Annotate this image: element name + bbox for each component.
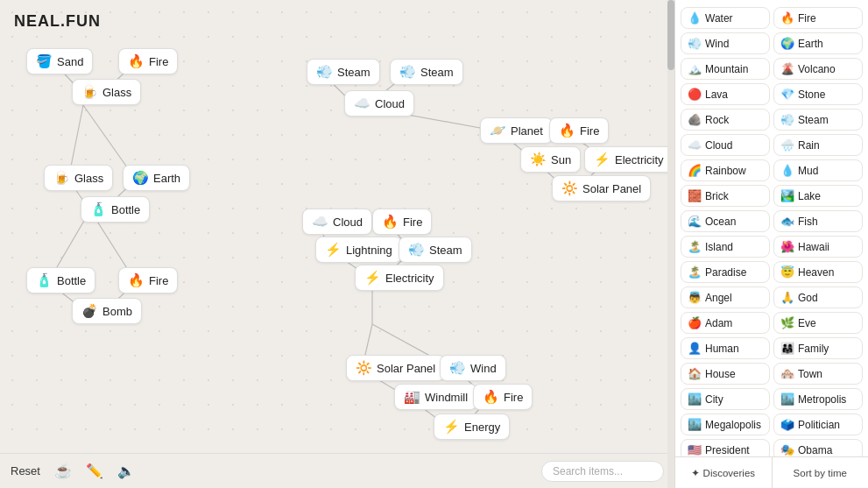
sidebar-item-5[interactable]: 🌋Volcano xyxy=(773,58,863,80)
chip-icon: 🌍 xyxy=(132,170,149,186)
canvas-chip-lightning[interactable]: ⚡Lightning xyxy=(315,237,402,263)
canvas-chip-fire2[interactable]: 🔥Fire xyxy=(118,267,178,294)
sidebar-item-31[interactable]: 🏙️Metropolis xyxy=(773,388,863,410)
chip-label: Cloud xyxy=(375,97,405,110)
sidebar-chip-label: Ocean xyxy=(705,216,736,228)
sidebar-chip-icon: 👼 xyxy=(688,291,702,304)
canvas-chip-fire5[interactable]: 🔥Fire xyxy=(473,384,533,410)
chip-icon: 🔆 xyxy=(561,180,578,196)
sidebar-item-28[interactable]: 🏠House xyxy=(681,363,770,385)
sidebar-scrollbar[interactable] xyxy=(667,0,674,488)
canvas-chip-sun[interactable]: ☀️Sun xyxy=(520,146,581,173)
canvas-chip-glass2[interactable]: 🍺Glass xyxy=(44,165,113,191)
sidebar-item-35[interactable]: 🎭Obama xyxy=(773,439,863,456)
canvas-chip-planet[interactable]: 🪐Planet xyxy=(480,117,553,144)
sidebar-item-9[interactable]: 💨Steam xyxy=(773,109,863,131)
canvas-chip-fire4[interactable]: 🔥Fire xyxy=(372,209,432,235)
sidebar-chip-label: Wind xyxy=(705,38,729,50)
sidebar-chip-icon: 👤 xyxy=(688,342,702,355)
chip-label: Energy xyxy=(464,421,500,434)
sort-tab[interactable]: Sort by time xyxy=(773,457,869,488)
sidebar-chip-icon: 🏙️ xyxy=(688,418,702,431)
sidebar-chip-icon: 🏞️ xyxy=(780,189,794,202)
sound-icon[interactable]: 🔈 xyxy=(117,463,135,479)
sidebar-chip-icon: 🌍 xyxy=(780,37,794,50)
sidebar-item-29[interactable]: 🏘️Town xyxy=(773,363,863,385)
chip-icon: 🔥 xyxy=(382,214,399,230)
chip-label: Solar Panel xyxy=(377,362,435,375)
sidebar-item-23[interactable]: 🙏God xyxy=(773,286,863,308)
chip-label: Steam xyxy=(429,244,462,257)
sidebar-chip-label: Steam xyxy=(798,114,829,126)
canvas-chip-cloud2[interactable]: ☁️Cloud xyxy=(302,209,372,235)
search-box[interactable]: Search items... xyxy=(541,461,664,482)
sidebar-item-32[interactable]: 🏙️Megalopolis xyxy=(681,414,770,435)
canvas-chip-electricity2[interactable]: ⚡Electricity xyxy=(355,265,444,291)
sidebar-item-4[interactable]: 🏔️Mountain xyxy=(681,58,770,80)
canvas-chip-steam2[interactable]: 💨Steam xyxy=(390,59,463,85)
sidebar-item-22[interactable]: 👼Angel xyxy=(681,286,770,308)
sidebar-item-26[interactable]: 👤Human xyxy=(681,337,770,359)
canvas-chip-electricity1[interactable]: ⚡Electricity xyxy=(584,146,674,173)
logo: NEAL.FUN xyxy=(14,12,101,31)
sidebar-item-8[interactable]: 🪨Rock xyxy=(681,109,770,131)
sidebar-item-27[interactable]: 👨‍👩‍👧Family xyxy=(773,337,863,359)
sidebar-chip-label: Cloud xyxy=(705,139,732,152)
brush-icon[interactable]: ✏️ xyxy=(86,463,103,479)
canvas-chip-fire3[interactable]: 🔥Fire xyxy=(549,117,609,144)
sidebar-item-10[interactable]: ☁️Cloud xyxy=(681,134,770,156)
reset-button[interactable]: Reset xyxy=(11,464,40,477)
canvas-chip-cloud1[interactable]: ☁️Cloud xyxy=(344,90,414,117)
canvas-chip-solarpanel2[interactable]: 🔆Solar Panel xyxy=(346,355,445,381)
sidebar-item-6[interactable]: 🔴Lava xyxy=(681,83,770,105)
sidebar-item-19[interactable]: 🌺Hawaii xyxy=(773,236,863,258)
sidebar-item-24[interactable]: 🍎Adam xyxy=(681,312,770,334)
canvas-chip-wind[interactable]: 💨Wind xyxy=(440,355,506,381)
sidebar-item-33[interactable]: 🗳️Politician xyxy=(773,414,863,435)
canvas-chip-bottle2[interactable]: 🧴Bottle xyxy=(26,267,95,294)
sidebar-item-0[interactable]: 💧Water xyxy=(681,7,770,29)
sidebar-item-21[interactable]: 😇Heaven xyxy=(773,261,863,283)
canvas-chip-fire1[interactable]: 🔥Fire xyxy=(118,48,178,74)
canvas-chip-earth1[interactable]: 🌍Earth xyxy=(123,165,190,191)
sidebar-scroll-area[interactable]: 💧Water🔥Fire💨Wind🌍Earth🏔️Mountain🌋Volcano… xyxy=(675,0,868,456)
sidebar-chip-icon: 🧱 xyxy=(688,189,702,202)
canvas-chip-energy[interactable]: ⚡Energy xyxy=(434,414,510,440)
canvas-chip-steam1[interactable]: 💨Steam xyxy=(307,59,380,85)
sidebar-chip-label: Fire xyxy=(798,12,816,25)
sidebar-item-7[interactable]: 💎Stone xyxy=(773,83,863,105)
sidebar-item-30[interactable]: 🏙️City xyxy=(681,388,770,410)
sidebar-item-25[interactable]: 🌿Eve xyxy=(773,312,863,334)
sidebar-chip-label: Adam xyxy=(705,317,732,329)
canvas-chip-windmill[interactable]: 🏭Windmill xyxy=(394,384,477,410)
sidebar-item-2[interactable]: 💨Wind xyxy=(681,32,770,54)
chip-label: Solar Panel xyxy=(582,182,641,195)
canvas-chip-steam3[interactable]: 💨Steam xyxy=(399,237,472,263)
sidebar-item-12[interactable]: 🌈Rainbow xyxy=(681,159,770,181)
sidebar-chip-icon: 🌧️ xyxy=(780,138,794,152)
sidebar-chip-icon: 👨‍👩‍👧 xyxy=(780,342,794,355)
discoveries-tab[interactable]: ✦ Discoveries xyxy=(675,457,773,488)
cup-icon[interactable]: ☕ xyxy=(54,463,72,479)
canvas-chip-solarpanel1[interactable]: 🔆Solar Panel xyxy=(552,175,651,202)
sidebar-item-18[interactable]: 🏝️Island xyxy=(681,236,770,258)
craft-canvas[interactable]: 🪣Sand🔥Fire🍺Glass🍺Glass🌍Earth🧴Bottle🧴Bott… xyxy=(0,0,674,488)
canvas-chip-bomb[interactable]: 💣Bomb xyxy=(72,298,142,324)
sidebar-item-13[interactable]: 💧Mud xyxy=(773,159,863,181)
chip-icon: 🪣 xyxy=(36,53,53,69)
canvas-chip-glass1[interactable]: 🍺Glass xyxy=(72,79,141,105)
sidebar-item-3[interactable]: 🌍Earth xyxy=(773,32,863,54)
sidebar-item-1[interactable]: 🔥Fire xyxy=(773,7,863,29)
sidebar-item-20[interactable]: 🏝️Paradise xyxy=(681,261,770,283)
sidebar-item-15[interactable]: 🏞️Lake xyxy=(773,185,863,207)
chip-icon: 🏭 xyxy=(404,389,420,405)
sidebar-chip-icon: 💧 xyxy=(688,11,702,25)
sidebar-item-16[interactable]: 🌊Ocean xyxy=(681,210,770,232)
sidebar-item-34[interactable]: 🇺🇸President xyxy=(681,439,770,456)
canvas-chip-bottle1[interactable]: 🧴Bottle xyxy=(81,196,150,223)
sidebar-item-14[interactable]: 🧱Brick xyxy=(681,185,770,207)
sidebar-item-17[interactable]: 🐟Fish xyxy=(773,210,863,232)
sidebar-chip-label: Paradise xyxy=(705,266,746,279)
sidebar-item-11[interactable]: 🌧️Rain xyxy=(773,134,863,156)
canvas-chip-sand[interactable]: 🪣Sand xyxy=(26,48,93,74)
